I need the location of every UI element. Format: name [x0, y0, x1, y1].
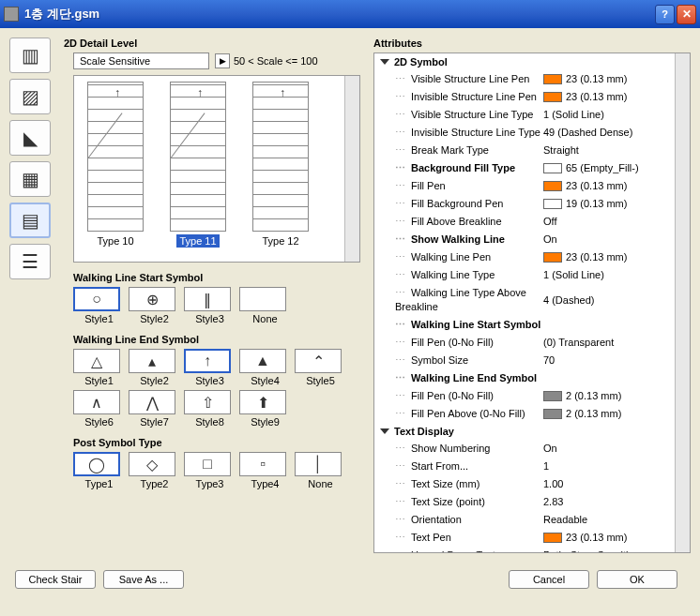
walk-end-style7[interactable]: ⋀Style7 — [129, 390, 180, 428]
detail-level-title: 2D Detail Level — [64, 38, 360, 49]
attr-row-break_mark[interactable]: ⋯Break Mark TypeStraight — [374, 142, 675, 159]
attr-row-inv_struct_pen[interactable]: ⋯Invisible Structure Line Pen23 (0.13 mm… — [374, 88, 675, 106]
attr-row-bg_fill_type[interactable]: ⋯Background Fill Type65 (Empty_Fill-) — [374, 159, 675, 177]
sidebar: ▥ ▨ ◣ ▦ ▤ ☰ — [9, 38, 56, 553]
color-swatch — [543, 74, 562, 84]
post-type3[interactable]: □Type3 — [184, 452, 236, 489]
side-tab-1[interactable]: ▥ — [9, 38, 51, 73]
side-tab-3[interactable]: ◣ — [9, 120, 51, 156]
play-button[interactable]: ▶ — [215, 53, 230, 68]
attr-row-orient[interactable]: ⋯OrientationReadable — [374, 511, 675, 529]
scale-sensitive-select[interactable]: Scale Sensitive — [73, 53, 209, 69]
walking-start-title: Walking Line Start Symbol — [73, 272, 360, 283]
color-swatch — [543, 92, 562, 102]
post-type4[interactable]: ▫Type4 — [239, 452, 291, 489]
attr-row-ts_pt[interactable]: ⋯Text Size (point)2.83 — [374, 493, 675, 511]
attr-row-fill_bg_pen[interactable]: ⋯Fill Background Pen19 (0.13 mm) — [374, 195, 675, 213]
attr-row-show_num[interactable]: ⋯Show NumberingOn — [374, 440, 675, 458]
post-type1[interactable]: ◯Type1 — [73, 452, 125, 489]
attr-row-we_fillabove[interactable]: ⋯Fill Pen Above (0-No Fill)2 (0.13 mm) — [374, 405, 675, 423]
attr-head-text-display[interactable]: Text Display — [374, 423, 675, 440]
color-swatch — [543, 409, 562, 419]
railing-icon: ▦ — [22, 168, 39, 190]
side-tab-2[interactable]: ▨ — [9, 79, 51, 114]
attr-row-ws_sym[interactable]: ⋯Walking Line Start Symbol — [374, 316, 675, 334]
stair-profile-icon: ◣ — [23, 127, 38, 149]
walk-end-style3[interactable]: ↑Style3 — [184, 349, 236, 386]
preview-label: Type 10 — [97, 235, 133, 247]
attr-row-start_from[interactable]: ⋯Start From...1 — [374, 458, 675, 475]
side-tab-4[interactable]: ▦ — [9, 161, 51, 197]
stair-side-icon: ▨ — [22, 85, 39, 108]
preview-type-12[interactable]: ↑ Type 12 — [239, 76, 322, 262]
ok-button[interactable]: OK — [597, 570, 677, 589]
attr-row-walk_above[interactable]: ⋯Walking Line Type Above Breakline4 (Das… — [374, 284, 675, 316]
walk-start-style3[interactable]: ‖Style3 — [184, 287, 236, 324]
expand-icon — [380, 59, 389, 65]
scale-range-text: 50 < Scale <= 100 — [234, 55, 318, 67]
color-swatch — [543, 199, 562, 209]
side-tab-5[interactable]: ▤ — [9, 203, 51, 238]
post-type2[interactable]: ◇Type2 — [129, 452, 180, 489]
attr-row-vis_struct_type[interactable]: ⋯Visible Structure Line Type1 (Solid Lin… — [374, 106, 675, 124]
check-stair-button[interactable]: Check Stair — [15, 570, 96, 589]
preview-type-11[interactable]: ↑ Type 11 — [157, 76, 239, 262]
attr-row-inv_struct_type[interactable]: ⋯Invisible Structure Line Type49 (Dashed… — [374, 124, 675, 142]
attr-row-we_sym[interactable]: ⋯Walking Line End Symbol — [374, 369, 675, 387]
post-symbol-title: Post Symbol Type — [73, 437, 360, 448]
attr-row-fill_above[interactable]: ⋯Fill Above BreaklineOff — [374, 213, 675, 231]
preview-scrollbar[interactable] — [344, 76, 359, 262]
walk-start-style1[interactable]: ○Style1 — [73, 287, 125, 324]
attr-row-ws_fillpen[interactable]: ⋯Fill Pen (0-No Fill)(0) Transparent — [374, 334, 675, 352]
stair-icon: ▥ — [22, 44, 39, 67]
walk-end-style2[interactable]: ▴Style2 — [129, 349, 180, 386]
walk-end-style9[interactable]: ⬆Style9 — [239, 390, 291, 428]
attr-row-text_pen[interactable]: ⋯Text Pen23 (0.13 mm) — [374, 529, 675, 547]
color-swatch — [543, 391, 562, 401]
attr-row-ts_mm[interactable]: ⋯Text Size (mm)1.00 — [374, 475, 675, 493]
attr-row-fill_pen[interactable]: ⋯Fill Pen23 (0.13 mm) — [374, 177, 675, 195]
attributes-title: Attributes — [373, 38, 691, 49]
attributes-scrollbar[interactable] — [675, 53, 690, 552]
color-swatch — [543, 163, 562, 173]
expand-icon — [380, 428, 389, 434]
help-button[interactable]: ? — [655, 5, 675, 24]
attr-row-vis_struct_pen[interactable]: ⋯Visible Structure Line Pen23 (0.13 mm) — [374, 70, 675, 88]
close-button[interactable]: ✕ — [677, 5, 696, 24]
attr-row-show_walk[interactable]: ⋯Show Walking LineOn — [374, 231, 675, 248]
color-swatch — [543, 252, 562, 263]
attributes-tree: 2D Symbol ⋯Visible Structure Line Pen23 … — [373, 53, 691, 553]
walk-end-style8[interactable]: ⇧Style8 — [184, 390, 236, 428]
attr-row-we_fillpen[interactable]: ⋯Fill Pen (0-No Fill)2 (0.13 mm) — [374, 387, 675, 405]
attr-row-walk_pen[interactable]: ⋯Walking Line Pen23 (0.13 mm) — [374, 248, 675, 266]
window-title: 1층 계단.gsm — [24, 6, 653, 23]
side-tab-6[interactable]: ☰ — [9, 244, 51, 279]
attr-row-walk_type[interactable]: ⋯Walking Line Type1 (Solid Line) — [374, 266, 675, 284]
type-preview-list: ↑ Type 10 ↑ Type 11 ↑ Type 12 — [73, 75, 360, 263]
listing-icon: ☰ — [22, 250, 38, 273]
walk-start-none[interactable]: None — [239, 287, 291, 324]
preview-type-10[interactable]: ↑ Type 10 — [74, 76, 157, 262]
walking-end-title: Walking Line End Symbol — [73, 334, 360, 345]
attr-row-updown[interactable]: ⋯Up and Down TextBoth, Story Sensitive — [374, 547, 675, 553]
color-swatch — [543, 181, 562, 191]
walk-start-style2[interactable]: ⊕Style2 — [129, 287, 180, 324]
attr-head-2d-symbol[interactable]: 2D Symbol — [374, 53, 675, 70]
color-swatch — [543, 533, 562, 543]
post-none[interactable]: │None — [295, 452, 346, 489]
walk-end-style6[interactable]: ∧Style6 — [73, 390, 125, 428]
cancel-button[interactable]: Cancel — [509, 570, 589, 589]
app-icon — [4, 7, 19, 22]
walk-end-style1[interactable]: △Style1 — [73, 349, 125, 386]
preview-label: Type 12 — [262, 235, 298, 247]
walk-end-style5[interactable]: ⌃Style5 — [295, 349, 346, 386]
attr-row-ws_symsize[interactable]: ⋯Symbol Size70 — [374, 352, 675, 369]
preview-label: Type 11 — [176, 234, 219, 248]
walk-end-style4[interactable]: ▲Style4 — [239, 349, 291, 386]
symbol2d-icon: ▤ — [22, 209, 39, 232]
save-as-button[interactable]: Save As ... — [103, 570, 184, 589]
